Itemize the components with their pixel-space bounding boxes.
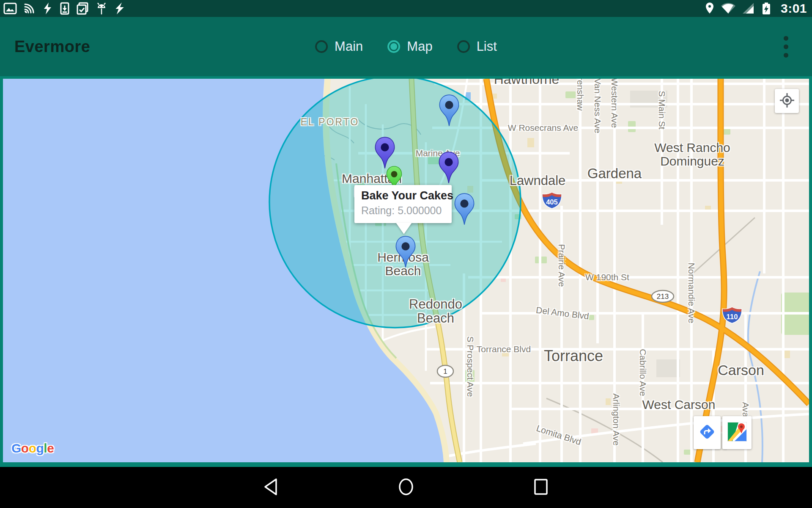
street-label: S Western Ave xyxy=(610,79,619,128)
place-label: EL PORTO xyxy=(301,117,359,127)
azure-map-pin[interactable] xyxy=(395,236,417,270)
radio-icon xyxy=(315,40,328,53)
info-window[interactable]: Bake Your Cakes Rating: 5.000000 xyxy=(354,185,452,223)
route-shield-405: 405 xyxy=(541,191,563,211)
azure-map-pin[interactable] xyxy=(438,94,460,129)
my-location-button[interactable] xyxy=(775,89,799,113)
info-window-tail xyxy=(396,223,412,234)
home-icon xyxy=(397,478,415,498)
tab-label: List xyxy=(477,39,497,54)
street-label: S Main St xyxy=(657,91,667,129)
street-label: Crenshaw xyxy=(576,79,585,110)
more-vert-icon[interactable] xyxy=(776,32,795,61)
battery-charging-icon xyxy=(760,2,772,15)
place-label: Hawthorne xyxy=(494,79,560,87)
place-label: Redondo Beach xyxy=(409,298,462,326)
svg-text:405: 405 xyxy=(546,198,558,206)
signal-arcs-icon xyxy=(23,2,36,15)
info-window-title: Bake Your Cakes xyxy=(361,189,446,202)
recents-button[interactable] xyxy=(496,467,587,508)
wifi-icon xyxy=(721,2,736,15)
app-bar: Evermore MainMapList xyxy=(0,17,812,76)
home-button[interactable] xyxy=(361,467,451,508)
clipboard-check-icon xyxy=(76,2,89,15)
status-time: 3:01 xyxy=(781,1,807,16)
place-label: West Carson xyxy=(642,398,716,411)
lightning-icon xyxy=(114,2,126,15)
google-maps-app-button[interactable] xyxy=(722,416,752,449)
location-icon xyxy=(705,2,715,15)
place-label: Gardena xyxy=(587,166,642,181)
radio-icon xyxy=(387,40,400,53)
street-label: Lomita Blvd xyxy=(535,423,582,447)
place-label: Lawndale xyxy=(510,174,566,188)
android-debug-icon xyxy=(95,2,108,15)
tab-main[interactable]: Main xyxy=(315,39,363,54)
status-bar: 3:01 xyxy=(0,0,812,17)
directions-button[interactable] xyxy=(694,416,721,449)
azure-map-pin[interactable] xyxy=(453,193,475,227)
google-logo[interactable]: Google xyxy=(11,441,54,456)
back-icon xyxy=(262,478,279,498)
street-label: Torrance Blvd xyxy=(477,345,531,354)
place-label: West Rancho Dominguez xyxy=(654,141,730,168)
my-location-icon xyxy=(779,92,795,110)
place-label: Carson xyxy=(718,362,764,378)
violet-map-pin[interactable] xyxy=(438,152,460,186)
radio-icon xyxy=(457,40,470,53)
status-bar-left xyxy=(3,2,126,15)
street-label: W 190th St xyxy=(585,273,629,282)
tab-label: Map xyxy=(407,39,432,54)
street-label: Prairie Ave xyxy=(557,244,566,287)
tab-map[interactable]: Map xyxy=(387,39,432,54)
svg-text:213: 213 xyxy=(657,293,669,301)
tab-label: Main xyxy=(335,39,363,54)
screenshot-icon xyxy=(3,2,17,15)
street-label: S Prospect Ave xyxy=(466,336,475,397)
route-shield-1: 1 xyxy=(433,364,458,381)
back-button[interactable] xyxy=(225,467,316,508)
status-bar-right: 3:01 xyxy=(705,1,809,16)
street-label: Cabrillo Ave xyxy=(638,349,647,396)
cell-signal-icon xyxy=(742,2,754,15)
street-label: Normandie Ave xyxy=(687,262,696,323)
place-label: Torrance xyxy=(544,348,603,364)
nav-bar xyxy=(0,467,812,508)
directions-icon xyxy=(697,422,717,443)
flash-icon xyxy=(42,2,53,15)
app-root: 3:01 Evermore MainMapList xyxy=(0,0,812,508)
google-maps-icon xyxy=(727,422,747,443)
street-label: Del Amo Blvd xyxy=(535,305,590,321)
svg-text:1: 1 xyxy=(443,367,447,375)
street-label: W Rosecrans Ave xyxy=(508,123,579,133)
route-shield-213: 213 xyxy=(650,289,675,306)
svg-text:110: 110 xyxy=(727,313,738,321)
map-viewport[interactable]: HawthorneLawndaleGardenaWest Rancho Domi… xyxy=(3,79,809,462)
map-overlay: HawthorneLawndaleGardenaWest Rancho Domi… xyxy=(3,79,809,462)
street-label: Van Ness Ave xyxy=(593,79,602,133)
recents-icon xyxy=(532,478,551,498)
tab-list[interactable]: List xyxy=(457,39,497,54)
download-icon xyxy=(59,2,70,15)
view-mode-radio-group: MainMapList xyxy=(315,39,497,54)
street-label: Arlington Ave xyxy=(612,393,621,445)
info-window-rating: Rating: 5.000000 xyxy=(361,204,446,217)
route-shield-110: 110 xyxy=(721,306,743,326)
page-title: Evermore xyxy=(14,38,90,56)
